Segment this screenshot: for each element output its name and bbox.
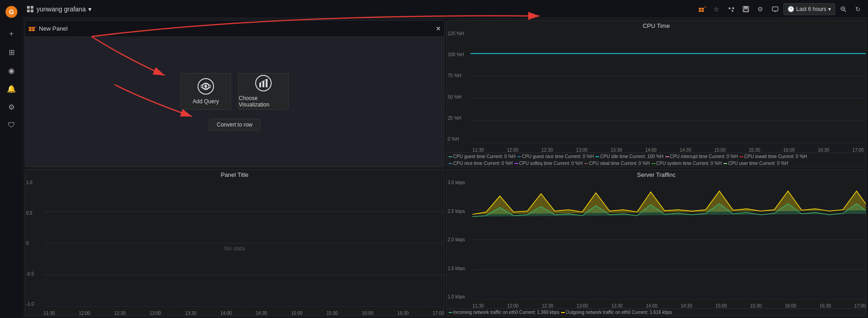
panel-title-panel: Panel Title 1.00.50-0.5-1.0 No data 11:3… xyxy=(25,169,445,316)
panel-title-label: Panel Title xyxy=(29,171,440,178)
choose-viz-option[interactable]: Choose Visualization xyxy=(238,73,289,110)
topbar-actions: + ☆ ⚙ xyxy=(696,3,864,16)
cpu-time-panel: CPU Time 125 %H 100 %H 75 %H 50 %H 25 %H… xyxy=(446,20,866,167)
cpu-time-header: CPU Time xyxy=(447,21,866,31)
no-data-label: No data xyxy=(224,244,245,251)
svg-text:+: + xyxy=(704,5,706,9)
server-traffic-legend: Incoming network traffic on eth0 Current… xyxy=(447,308,866,316)
legend-dot xyxy=(739,156,743,157)
panel-header-icon: + xyxy=(29,26,36,32)
svg-rect-5 xyxy=(31,10,33,12)
new-panel-container: + New Panel × xyxy=(25,20,445,167)
clock-icon: 🕐 xyxy=(788,6,794,12)
svg-rect-12 xyxy=(744,6,748,9)
server-traffic-header: Server Traffinc xyxy=(447,170,866,180)
dashboards-sidebar-btn[interactable]: ⊞ xyxy=(2,44,21,60)
refresh-btn[interactable]: ↻ xyxy=(852,3,864,16)
panel-title-header: Panel Title xyxy=(25,170,444,180)
panel-options: Add Query Choose Vis xyxy=(181,73,289,110)
legend-incoming: Incoming network traffic on eth0 Current… xyxy=(449,310,559,315)
cpu-time-chart-area: 125 %H 100 %H 75 %H 50 %H 25 %H 0 %H xyxy=(447,31,866,153)
panel-title-y-axis: 1.00.50-0.5-1.0 xyxy=(26,180,34,307)
panel-title-svg xyxy=(43,180,444,307)
cpu-x-axis: 11:3012:0012:3013:0013:3014:0014:3015:00… xyxy=(471,148,866,153)
dashboard-grid: + New Panel × xyxy=(23,18,868,318)
save-btn[interactable] xyxy=(739,3,752,16)
legend-dot xyxy=(449,156,452,157)
server-traffic-svg xyxy=(472,180,866,299)
workspace-dropdown-icon: ▾ xyxy=(88,5,91,13)
workspace-title[interactable]: yunwang grafana ▾ xyxy=(27,5,91,13)
server-traffic-chart-area: 3.0 kbps2.5 kbps2.0 kbps1.5 kbps1.0 kbps… xyxy=(447,180,866,308)
settings-topbar-btn[interactable]: ⚙ xyxy=(754,3,767,16)
server-traffic-x-axis: 11:3012:0012:3013:0013:3014:0014:3015:00… xyxy=(472,303,866,308)
legend-dot-outgoing xyxy=(561,312,565,313)
svg-line-17 xyxy=(844,10,846,12)
svg-text:+: + xyxy=(35,26,36,28)
svg-rect-19 xyxy=(29,27,32,29)
legend-dot xyxy=(595,156,599,157)
add-panel-btn[interactable]: + xyxy=(696,3,708,16)
legend-dot xyxy=(652,163,655,164)
legend-cpu-system: CPU system time Current: 0 %H xyxy=(652,161,722,166)
svg-rect-3 xyxy=(31,6,33,9)
convert-row-btn[interactable]: Convert to row xyxy=(209,119,260,131)
svg-rect-29 xyxy=(266,79,268,87)
panel-title-x-axis: 11:3012:0012:3013:0013:3014:0014:3015:00… xyxy=(43,311,444,316)
share-btn[interactable] xyxy=(725,3,738,16)
tv-btn[interactable] xyxy=(769,3,782,16)
svg-rect-27 xyxy=(259,83,261,87)
svg-rect-14 xyxy=(772,7,778,11)
zoom-out-btn[interactable] xyxy=(837,3,850,16)
time-picker[interactable]: 🕐 Last 6 hours ▾ xyxy=(783,3,835,15)
viz-icon xyxy=(255,75,272,91)
svg-rect-22 xyxy=(32,29,35,31)
legend-dot xyxy=(723,163,727,164)
time-range-label: Last 6 hours xyxy=(796,6,826,12)
shield-sidebar-btn[interactable]: 🛡 xyxy=(2,117,21,133)
new-panel-header: + New Panel × xyxy=(25,21,444,37)
svg-rect-7 xyxy=(702,8,704,10)
svg-rect-13 xyxy=(744,9,748,11)
explore-sidebar-btn[interactable]: ◉ xyxy=(2,62,21,79)
svg-rect-6 xyxy=(699,8,701,10)
cpu-y-axis: 125 %H 100 %H 75 %H 50 %H 25 %H 0 %H xyxy=(448,31,464,142)
legend-outgoing: Outgoing network traffic on eth0 Current… xyxy=(561,310,672,315)
legend-cpu-iowait: CPU iowait time Current: 0 %H xyxy=(739,154,807,159)
add-query-option[interactable]: Add Query xyxy=(181,73,231,110)
legend-cpu-steal: CPU steal time Current: 0 %H xyxy=(584,161,650,166)
svg-point-25 xyxy=(204,85,207,88)
svg-text:G: G xyxy=(9,8,14,16)
legend-dot-incoming xyxy=(449,312,452,313)
svg-rect-2 xyxy=(27,6,30,9)
star-btn[interactable]: ☆ xyxy=(710,3,723,16)
server-traffic-panel: Server Traffinc 3.0 kbps2.5 kbps2.0 kbps… xyxy=(446,169,866,316)
add-query-label: Add Query xyxy=(193,98,219,105)
legend-cpu-guest: CPU guest time Current: 0 %H xyxy=(449,154,515,159)
grid-icon xyxy=(27,5,34,13)
legend-dot xyxy=(584,163,588,164)
workspace-name: yunwang grafana xyxy=(37,5,86,13)
alerting-sidebar-btn[interactable]: 🔔 xyxy=(2,80,21,97)
server-traffic-title: Server Traffinc xyxy=(450,171,862,178)
legend-cpu-softirq: CPU softirq time Current: 0 %H xyxy=(514,161,583,166)
legend-dot xyxy=(514,163,518,164)
server-traffic-y-axis: 3.0 kbps2.5 kbps2.0 kbps1.5 kbps1.0 kbps xyxy=(448,180,465,299)
new-panel-close[interactable]: × xyxy=(436,25,440,33)
svg-rect-8 xyxy=(699,10,701,12)
grafana-logo[interactable]: G xyxy=(3,4,20,20)
new-panel-body: Add Query Choose Vis xyxy=(25,37,444,167)
legend-cpu-idle: CPU idle time Current: 100 %H xyxy=(595,154,663,159)
add-panel-sidebar-btn[interactable]: + xyxy=(2,26,21,42)
legend-cpu-nice: CPU nice time Current: 0 %H xyxy=(449,161,513,166)
choose-viz-label: Choose Visualization xyxy=(239,95,288,108)
settings-sidebar-btn[interactable]: ⚙ xyxy=(2,99,21,115)
new-panel-title: New Panel xyxy=(39,25,434,32)
legend-dot xyxy=(517,156,521,157)
svg-rect-20 xyxy=(32,27,35,29)
cpu-time-title: CPU Time xyxy=(450,22,862,29)
main-content: yunwang grafana ▾ + ☆ xyxy=(23,0,868,318)
sidebar: G + ⊞ ◉ 🔔 ⚙ 🛡 xyxy=(0,0,23,318)
cpu-legend: CPU guest time Current: 0 %H CPU guest n… xyxy=(447,153,866,167)
legend-cpu-interrupt: CPU interrupt time Current: 0 %H xyxy=(665,154,738,159)
